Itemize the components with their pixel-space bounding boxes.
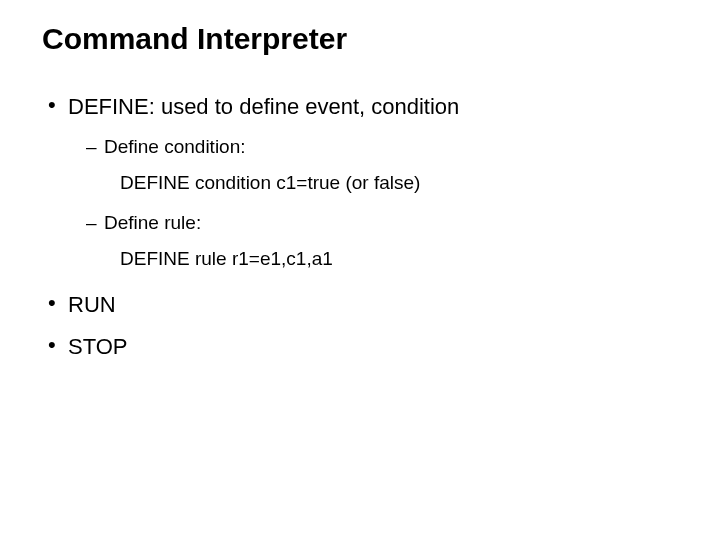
bullet-define: DEFINE: used to define event, condition: [42, 94, 678, 120]
slide: Command Interpreter DEFINE: used to defi…: [0, 0, 720, 398]
slide-title: Command Interpreter: [42, 22, 678, 56]
bullet-define-rule: Define rule:: [42, 212, 678, 234]
bullet-define-condition-code: DEFINE condition c1=true (or false): [42, 172, 678, 194]
bullet-stop: STOP: [42, 334, 678, 360]
bullet-run: RUN: [42, 292, 678, 318]
bullet-define-condition: Define condition:: [42, 136, 678, 158]
bullet-define-rule-code: DEFINE rule r1=e1,c1,a1: [42, 248, 678, 270]
